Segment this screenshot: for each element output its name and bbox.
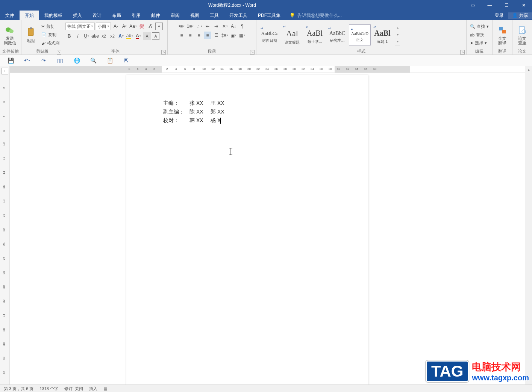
style-item-研究生...[interactable]: ↵ AaBbC 研究生... xyxy=(326,24,348,45)
strikethrough-button[interactable]: abc xyxy=(91,32,99,40)
numbering-button[interactable]: 1≡▾ xyxy=(186,23,194,30)
document-content[interactable]: 主编：张 XX王 XX副主编：陈 XX郑 XX校对：韩 XX杨 X xyxy=(163,100,229,126)
bold-button[interactable]: B xyxy=(65,32,73,40)
superscript-button[interactable]: x2 xyxy=(109,32,116,40)
tab-pdf[interactable]: PDF工具集 xyxy=(253,11,286,20)
qat-btn-4[interactable]: 📋 xyxy=(106,57,114,64)
document-line[interactable]: 副主编：陈 XX郑 XX xyxy=(163,109,229,117)
document-line[interactable]: 主编：张 XX王 XX xyxy=(163,100,229,109)
ribbon-options-icon[interactable]: ▭ xyxy=(464,0,481,11)
tab-references[interactable]: 引用 xyxy=(126,11,146,20)
replace-button[interactable]: ab替换 xyxy=(469,31,490,39)
tab-mail[interactable]: 邮件 xyxy=(146,11,165,20)
distribute-button[interactable]: ☰ xyxy=(212,32,220,39)
tab-design[interactable]: 设计 xyxy=(87,11,107,20)
line-spacing-button[interactable]: ‡≡▾ xyxy=(221,32,229,39)
tab-insert[interactable]: 插入 xyxy=(68,11,87,20)
close-button[interactable]: ✕ xyxy=(515,0,532,11)
highlight-button[interactable]: ab▾ xyxy=(126,32,133,40)
grow-font-button[interactable]: A▴ xyxy=(112,23,120,30)
select-button[interactable]: ➤选择▾ xyxy=(469,39,490,47)
justify-button[interactable]: ≡ xyxy=(204,32,211,39)
document-line[interactable]: 校对：韩 XX杨 X xyxy=(163,117,229,126)
char-shading-button[interactable]: A xyxy=(143,32,151,40)
asian-layout-button[interactable]: ✕▾ xyxy=(221,23,229,30)
clipboard-dialog-launcher[interactable]: ↘ xyxy=(57,50,61,54)
full-translate-button[interactable]: 全文翻译 xyxy=(495,22,510,48)
status-words[interactable]: 1313 个字 xyxy=(39,386,58,392)
styles-scroll-up[interactable]: ▴ xyxy=(395,24,400,32)
status-macro-icon[interactable]: ▦ xyxy=(103,386,107,391)
borders-button[interactable]: ▦▾ xyxy=(238,32,246,39)
format-painter-button[interactable]: 🖌格式刷 xyxy=(40,39,61,47)
styles-more-button[interactable]: ▾ xyxy=(395,38,400,45)
page-area[interactable]: 主编：张 XX王 XX副主编：陈 XX郑 XX校对：韩 XX杨 X xyxy=(10,73,525,384)
multilevel-list-button[interactable]: ⛬▾ xyxy=(195,23,203,30)
tab-view[interactable]: 视图 xyxy=(185,11,205,20)
qat-btn-3[interactable]: 🔍 xyxy=(89,57,97,64)
style-item-封面日期[interactable]: ↵ AaBbCc 封面日期 xyxy=(259,24,280,45)
font-size-combo[interactable]: 小四▾ xyxy=(96,23,111,30)
italic-button[interactable]: I xyxy=(74,32,82,40)
find-button[interactable]: 🔍查找▾ xyxy=(469,23,490,30)
send-to-wechat-button[interactable]: 发送到微信 xyxy=(2,22,17,48)
font-dialog-launcher[interactable]: ↘ xyxy=(161,50,166,54)
tab-selector[interactable]: ˪ xyxy=(2,68,8,74)
style-item-正文[interactable]: ↵ AaBbCcD 正文 xyxy=(349,24,371,45)
qat-btn-5[interactable]: ⇱ xyxy=(123,57,130,64)
login-button[interactable]: 登录 xyxy=(491,12,508,19)
qat-btn-2[interactable]: 🌐 xyxy=(73,57,80,64)
scroll-up-button[interactable]: ▴ xyxy=(525,66,532,73)
save-button[interactable]: 💾 xyxy=(7,57,14,64)
cut-button[interactable]: ✂剪切 xyxy=(40,23,61,30)
clear-formatting-button[interactable]: A̸ xyxy=(147,23,154,30)
shading-button[interactable]: ▣▾ xyxy=(230,32,237,39)
tab-layout[interactable]: 布局 xyxy=(107,11,126,20)
text-effects-button[interactable]: A▾ xyxy=(117,32,125,40)
char-border-button[interactable]: A xyxy=(152,32,159,40)
increase-indent-button[interactable]: ⇥ xyxy=(212,23,220,30)
vertical-ruler[interactable]: ˪ 24681012141618202224262830323436384042 xyxy=(0,66,10,384)
status-mode[interactable]: 插入 xyxy=(89,386,97,392)
tab-mytemplate[interactable]: 我的模板 xyxy=(39,11,68,20)
vertical-scrollbar[interactable]: ▴ xyxy=(525,66,532,384)
tab-developer[interactable]: 开发工具 xyxy=(224,11,253,20)
style-item-标题 1[interactable]: ↵ AaBl 标题 1 xyxy=(371,24,393,45)
phonetic-guide-button[interactable]: 變 xyxy=(138,23,146,30)
styles-dialog-launcher[interactable]: ↘ xyxy=(460,50,465,54)
styles-scroll-down[interactable]: ▾ xyxy=(395,31,400,38)
maximize-button[interactable]: ☐ xyxy=(498,0,515,11)
share-button[interactable]: 👤 共享 xyxy=(508,12,532,19)
tab-home[interactable]: 开始 xyxy=(20,11,39,20)
bullets-button[interactable]: •≡▾ xyxy=(178,23,185,30)
status-page[interactable]: 第 3 页，共 6 页 xyxy=(4,386,33,392)
style-item-硕士学...[interactable]: ↵ AaBl 硕士学... xyxy=(304,24,326,45)
align-left-button[interactable]: ≡ xyxy=(178,32,185,39)
font-color-button[interactable]: A▾ xyxy=(135,32,142,40)
status-track[interactable]: 修订: 关闭 xyxy=(64,386,83,392)
paragraph-dialog-launcher[interactable]: ↘ xyxy=(250,50,255,54)
style-item-论文标题[interactable]: ↵ Aal 论文标题 xyxy=(281,24,303,45)
horizontal-ruler[interactable]: 8642246810121416182022242628303234363840… xyxy=(10,66,525,73)
minimize-button[interactable]: — xyxy=(481,0,498,11)
show-marks-button[interactable]: ¶ xyxy=(238,23,246,30)
tell-me-box[interactable]: 💡 告诉我您想要做什么... xyxy=(286,11,346,20)
document-page[interactable]: 主编：张 XX王 XX副主编：陈 XX郑 XX校对：韩 XX杨 X xyxy=(126,75,368,384)
qat-btn-1[interactable]: ▯▯ xyxy=(56,57,64,64)
styles-gallery[interactable]: ↵ AaBbCc 封面日期↵ Aal 论文标题↵ AaBl 硕士学...↵ Aa… xyxy=(259,24,393,45)
decrease-indent-button[interactable]: ⇤ xyxy=(204,23,211,30)
underline-button[interactable]: U▾ xyxy=(83,32,90,40)
enclose-char-button[interactable]: A xyxy=(155,23,163,30)
tab-file[interactable]: 文件 xyxy=(0,11,20,20)
align-right-button[interactable]: ≡ xyxy=(195,32,203,39)
copy-button[interactable]: 📄复制 xyxy=(40,31,61,39)
shrink-font-button[interactable]: A▾ xyxy=(121,23,128,30)
thesis-check-button[interactable]: 论文查重 xyxy=(515,22,530,48)
sort-button[interactable]: A↓ xyxy=(230,23,237,30)
redo-button[interactable]: ↷ xyxy=(40,57,47,64)
subscript-button[interactable]: x2 xyxy=(100,32,108,40)
align-center-button[interactable]: ≡ xyxy=(186,32,194,39)
undo-button[interactable]: ↶▾ xyxy=(23,57,31,64)
paste-button[interactable]: 粘贴 xyxy=(24,22,39,48)
font-name-combo[interactable]: 等线 (西文正▾ xyxy=(65,23,95,30)
